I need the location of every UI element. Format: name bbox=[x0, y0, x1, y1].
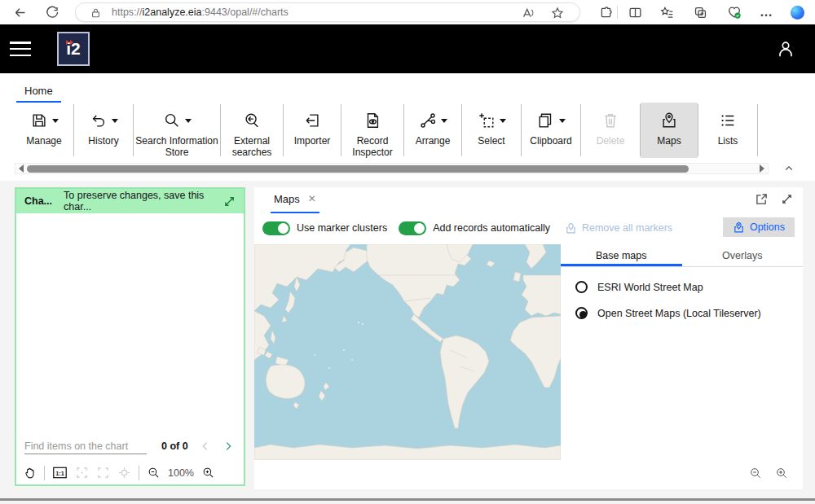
chart-panel: Cha... To preserve changes, save this ch… bbox=[15, 187, 245, 486]
record-inspector-icon bbox=[363, 112, 381, 129]
clipboard-icon bbox=[537, 112, 555, 129]
chart-canvas[interactable] bbox=[16, 213, 244, 433]
scrollbar-thumb[interactable] bbox=[27, 165, 689, 173]
map-zoom-in-icon[interactable] bbox=[775, 467, 788, 480]
chart-title: Cha... bbox=[24, 195, 52, 207]
caret-down-icon bbox=[500, 119, 506, 123]
delete-icon bbox=[601, 112, 619, 129]
caret-down-icon bbox=[112, 119, 118, 123]
marker-pin-icon bbox=[565, 222, 577, 234]
radio-icon[interactable] bbox=[575, 281, 588, 293]
history-button[interactable]: History bbox=[74, 103, 133, 158]
world-map[interactable] bbox=[254, 244, 561, 460]
select-button[interactable]: Select bbox=[462, 103, 521, 158]
delete-button: Delete bbox=[581, 103, 640, 158]
favorite-star-icon[interactable] bbox=[548, 5, 566, 21]
extensions-icon[interactable] bbox=[596, 2, 615, 22]
import-icon bbox=[303, 112, 321, 129]
app-header: i2 bbox=[0, 24, 815, 73]
use-marker-clusters-label: Use marker clusters bbox=[297, 222, 387, 234]
maps-button[interactable]: Maps bbox=[641, 103, 698, 158]
fit-to-window-icon bbox=[75, 466, 89, 480]
address-bar[interactable]: https://i2analyze.eia:9443/opal/#/charts bbox=[75, 2, 580, 22]
zoom-in-icon[interactable] bbox=[201, 466, 215, 480]
actual-size-label: 1:1 bbox=[55, 470, 64, 477]
tab-actions-icon[interactable] bbox=[690, 2, 710, 22]
map-controls-row: Use marker clusters Add records automati… bbox=[254, 213, 803, 243]
external-searches-button[interactable]: External searches bbox=[221, 103, 283, 158]
toolbar-divider bbox=[617, 6, 618, 19]
refresh-icon[interactable] bbox=[42, 2, 62, 22]
more-menu-icon[interactable]: … bbox=[756, 2, 776, 22]
browser-toolbar: https://i2analyze.eia:9443/opal/#/charts… bbox=[0, 0, 815, 24]
radio-icon[interactable] bbox=[575, 307, 588, 319]
search-information-store-button[interactable]: Search Information Store bbox=[134, 103, 220, 158]
save-icon bbox=[30, 112, 48, 129]
zoom-level: 100% bbox=[168, 467, 194, 479]
unsaved-changes-banner: To preserve changes, save this char... bbox=[64, 190, 223, 213]
arrange-button[interactable]: Arrange bbox=[404, 103, 461, 158]
fit-selection-icon bbox=[96, 466, 110, 480]
chart-panel-header: Cha... To preserve changes, save this ch… bbox=[16, 189, 244, 213]
zoom-out-icon[interactable] bbox=[147, 466, 161, 480]
maps-tab-row: Maps ✕ bbox=[254, 187, 803, 213]
center-selection-icon bbox=[117, 466, 131, 480]
clipboard-button[interactable]: Clipboard bbox=[522, 103, 580, 158]
workspace: Cha... To preserve changes, save this ch… bbox=[0, 181, 815, 498]
caret-down-icon bbox=[185, 119, 192, 123]
chart-toolbar: 1:1 100% bbox=[16, 459, 244, 486]
tab-overlays[interactable]: Overlays bbox=[682, 244, 804, 266]
basemap-selector: Base maps Overlays ESRI World Street Map… bbox=[561, 244, 803, 460]
find-items-row: 0 of 0 bbox=[16, 433, 244, 459]
previous-match-icon bbox=[200, 440, 211, 452]
i2-logo: i2 bbox=[57, 32, 90, 66]
next-match-icon[interactable] bbox=[222, 440, 234, 452]
find-items-input[interactable] bbox=[24, 439, 147, 454]
user-icon[interactable] bbox=[774, 37, 797, 60]
basemap-tabs: Base maps Overlays bbox=[561, 244, 803, 267]
caret-down-icon bbox=[441, 119, 447, 123]
tab-base-maps[interactable]: Base maps bbox=[561, 244, 682, 266]
hamburger-menu-icon[interactable] bbox=[10, 39, 33, 59]
maps-panel: Maps ✕ Use marker clusters Add records a… bbox=[254, 187, 803, 489]
add-records-label: Add records automatically bbox=[433, 222, 550, 234]
collections-icon[interactable] bbox=[657, 2, 676, 22]
arrange-icon bbox=[419, 112, 437, 129]
actual-size-icon[interactable]: 1:1 bbox=[52, 466, 68, 480]
maps-icon bbox=[660, 112, 678, 129]
copilot-icon[interactable] bbox=[787, 2, 807, 22]
lists-button[interactable]: Lists bbox=[698, 103, 757, 158]
external-search-icon bbox=[243, 112, 261, 129]
split-screen-icon[interactable] bbox=[625, 2, 645, 22]
map-zoom-out-icon[interactable] bbox=[749, 467, 762, 480]
scroll-right-icon[interactable] bbox=[760, 164, 764, 173]
manage-button[interactable]: Manage bbox=[15, 103, 73, 158]
collapse-ribbon-icon[interactable] bbox=[781, 163, 797, 174]
ribbon-scrollbar[interactable] bbox=[15, 163, 769, 174]
expand-chart-icon[interactable] bbox=[223, 195, 236, 208]
ribbon-toolbar: Manage History Search Information Store … bbox=[15, 103, 758, 158]
browser-essentials-icon[interactable] bbox=[725, 2, 744, 22]
url-text: https://i2analyze.eia:9443/opal/#/charts bbox=[112, 7, 289, 18]
pan-hand-icon[interactable] bbox=[23, 466, 37, 480]
scroll-left-icon[interactable] bbox=[19, 164, 24, 173]
record-inspector-button[interactable]: Record Inspector bbox=[341, 103, 403, 158]
caret-down-icon bbox=[559, 119, 566, 123]
read-aloud-icon[interactable] bbox=[519, 5, 537, 21]
tab-home[interactable]: Home bbox=[16, 81, 61, 103]
map-zoom-controls bbox=[749, 467, 788, 480]
basemap-option-esri[interactable]: ESRI World Street Map bbox=[575, 281, 803, 293]
lock-icon bbox=[86, 2, 105, 22]
back-icon[interactable] bbox=[10, 2, 29, 22]
open-new-window-icon[interactable] bbox=[756, 193, 768, 205]
expand-panel-icon[interactable] bbox=[781, 193, 793, 205]
basemap-option-osm[interactable]: Open Street Maps (Local Tileserver) bbox=[575, 307, 803, 319]
importer-button[interactable]: Importer bbox=[284, 103, 341, 158]
add-records-toggle[interactable] bbox=[399, 221, 426, 235]
close-icon[interactable]: ✕ bbox=[308, 193, 316, 204]
undo-icon bbox=[90, 112, 108, 129]
marker-pin-icon bbox=[733, 221, 745, 234]
options-button[interactable]: Options bbox=[723, 217, 795, 237]
tab-maps[interactable]: Maps ✕ bbox=[271, 188, 319, 213]
use-marker-clusters-toggle[interactable] bbox=[262, 221, 290, 235]
